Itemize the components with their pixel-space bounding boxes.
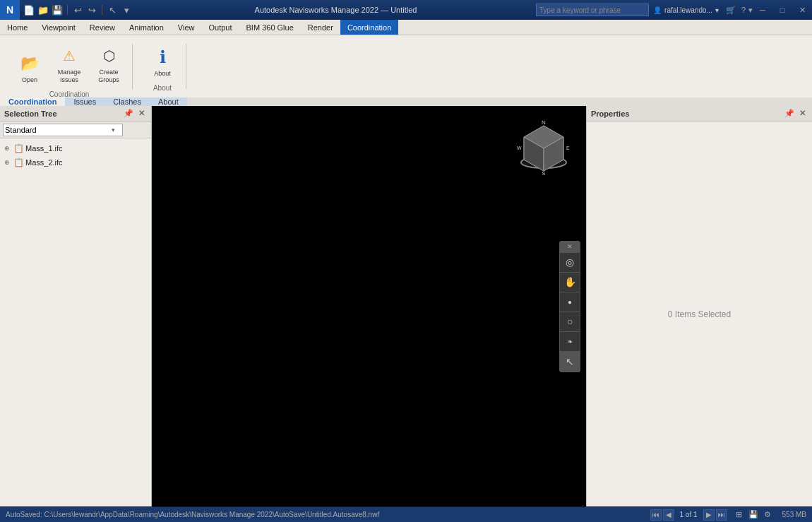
nav-look-around-btn[interactable]: ◎ bbox=[560, 253, 580, 273]
ribbon-group-about: ℹ About About bbox=[138, 38, 186, 95]
page-navigation: ⏮ ◀ 1 of 1 ▶ ⏭ bbox=[647, 509, 730, 521]
properties-content: 0 Items Selected bbox=[587, 121, 812, 506]
open-icon[interactable]: 📁 bbox=[37, 4, 49, 16]
select-icon[interactable]: ↖ bbox=[106, 4, 119, 16]
about-btn-label: About bbox=[154, 70, 171, 78]
viewport[interactable]: N E S W ✕ ◎ ✋ ● ○ ❧ ↖ bbox=[152, 106, 586, 506]
properties-pin-icon[interactable]: 📌 bbox=[784, 108, 795, 119]
properties-close-icon[interactable]: ✕ bbox=[796, 108, 808, 119]
cart-icon[interactable]: 🛒 bbox=[723, 6, 739, 15]
toolbar-icons: 📄 📁 💾 ↩ ↪ ↖ ▾ bbox=[20, 4, 136, 16]
menu-coordination[interactable]: Coordination bbox=[340, 20, 398, 35]
status-bar: AutoSaved: C:\Users\lewandr\AppData\Roam… bbox=[0, 506, 812, 522]
viewport-3d: N E S W ✕ ◎ ✋ ● ○ ❧ ↖ bbox=[152, 106, 586, 506]
app-title: Autodesk Navisworks Manage 2022 — Untitl… bbox=[136, 6, 536, 14]
search-box[interactable]: Type a keyword or phrase bbox=[536, 4, 649, 16]
selection-tree-toolbar: Standard Compact Properties Sets ▾ bbox=[0, 121, 151, 138]
selection-tree-title: Selection Tree bbox=[4, 109, 123, 118]
username[interactable]: rafal.lewando... bbox=[664, 6, 712, 14]
menu-viewpoint[interactable]: Viewpoint bbox=[35, 20, 83, 35]
tree-label-mass2: Mass_2.ifc bbox=[25, 158, 63, 167]
prev-page-btn[interactable]: ◀ bbox=[663, 509, 674, 521]
selection-tree-titlebar: Selection Tree 📌 ✕ bbox=[0, 106, 151, 121]
menu-animation[interactable]: Animation bbox=[122, 20, 171, 35]
status-icon-save[interactable]: 💾 bbox=[747, 509, 760, 521]
menu-view[interactable]: View bbox=[171, 20, 202, 35]
tree-icon-mass1: 📋 bbox=[13, 143, 24, 154]
selection-tree-pin-icon[interactable]: 📌 bbox=[123, 108, 134, 119]
status-icon-grid[interactable]: ⊞ bbox=[733, 509, 746, 521]
nav-pan-btn[interactable]: ✋ bbox=[560, 273, 580, 292]
nav-tools-panel: ✕ ◎ ✋ ● ○ ❧ ↖ bbox=[559, 241, 580, 372]
properties-empty-label: 0 Items Selected bbox=[668, 309, 731, 319]
maximize-button[interactable]: □ bbox=[772, 0, 792, 20]
menu-bar: Home Viewpoint Review Animation View Out… bbox=[0, 20, 812, 35]
main-area: Selection Tree 📌 ✕ Standard Compact Prop… bbox=[0, 106, 812, 506]
close-button[interactable]: ✕ bbox=[792, 0, 812, 20]
nav-select-btn[interactable]: ↖ bbox=[560, 352, 580, 372]
page-info: 1 of 1 bbox=[676, 511, 702, 518]
tree-content: ⊕ 📋 Mass_1.ifc ⊕ 📋 Mass_2.ifc bbox=[0, 138, 151, 506]
nav-orbit-btn[interactable]: ● bbox=[560, 292, 580, 312]
next-page-btn[interactable]: ▶ bbox=[703, 509, 715, 521]
ribbon-btn-manage-issues[interactable]: ⚠ ManageIssues bbox=[51, 41, 88, 88]
about-icon: ℹ bbox=[151, 46, 174, 69]
ribbon: 📂 Open ⚠ ManageIssues ⬡ Create Groups Co… bbox=[0, 35, 812, 106]
ribbon-btn-about[interactable]: ℹ About bbox=[144, 42, 181, 81]
menu-review[interactable]: Review bbox=[83, 20, 122, 35]
menu-home[interactable]: Home bbox=[0, 20, 35, 35]
first-page-btn[interactable]: ⏮ bbox=[650, 509, 662, 521]
menu-render[interactable]: Render bbox=[301, 20, 340, 35]
ribbon-btn-open[interactable]: 📂 Open bbox=[11, 49, 48, 88]
open-folder-icon: 📂 bbox=[18, 52, 41, 75]
tree-expand-mass2[interactable]: ⊕ bbox=[3, 158, 11, 167]
open-btn-label: Open bbox=[22, 76, 37, 84]
properties-title: Properties bbox=[591, 109, 784, 118]
nav-zoom-btn[interactable]: ○ bbox=[560, 312, 580, 332]
user-dropdown-icon[interactable]: ▾ bbox=[715, 6, 719, 14]
nav-tools-header[interactable]: ✕ bbox=[560, 242, 580, 253]
nav-walk-btn[interactable]: ❧ bbox=[560, 332, 580, 352]
ribbon-group-coordination: 📂 Open ⚠ ManageIssues ⬡ Create Groups Co… bbox=[6, 38, 133, 95]
autosave-status: AutoSaved: C:\Users\lewandr\AppData\Roam… bbox=[0, 511, 647, 518]
redo-icon[interactable]: ↪ bbox=[85, 4, 98, 16]
save-icon[interactable]: 💾 bbox=[51, 4, 64, 16]
tree-item-mass1[interactable]: ⊕ 📋 Mass_1.ifc bbox=[3, 141, 148, 155]
new-icon[interactable]: 📄 bbox=[23, 4, 35, 16]
undo-icon[interactable]: ↩ bbox=[71, 4, 84, 16]
ribbon-group-about-label: About bbox=[153, 83, 172, 92]
user-area: 👤 rafal.lewando... ▾ bbox=[649, 6, 723, 14]
manage-issues-label: ManageIssues bbox=[58, 69, 81, 84]
down-arrow-icon[interactable]: ▾ bbox=[120, 4, 133, 16]
ribbon-btn-create-groups[interactable]: ⬡ Create Groups bbox=[90, 41, 127, 88]
menu-bim360[interactable]: BIM 360 Glue bbox=[239, 20, 301, 35]
title-bar: N 📄 📁 💾 ↩ ↪ ↖ ▾ Autodesk Navisworks Mana… bbox=[0, 0, 812, 20]
tree-item-mass2[interactable]: ⊕ 📋 Mass_2.ifc bbox=[3, 155, 148, 170]
ribbon-content: 📂 Open ⚠ ManageIssues ⬡ Create Groups Co… bbox=[0, 35, 812, 97]
properties-titlebar: Properties 📌 ✕ bbox=[587, 106, 812, 121]
last-page-btn[interactable]: ⏭ bbox=[716, 509, 727, 521]
svg-text:S: S bbox=[542, 170, 545, 177]
svg-text:W: W bbox=[517, 146, 522, 150]
status-icons: ⊞ 💾 ⚙ bbox=[730, 509, 777, 521]
tree-expand-mass1[interactable]: ⊕ bbox=[3, 144, 11, 153]
selection-tree-close-icon[interactable]: ✕ bbox=[136, 108, 147, 119]
status-icon-settings[interactable]: ⚙ bbox=[761, 509, 774, 521]
window-controls: ─ □ ✕ bbox=[753, 0, 812, 20]
tree-icon-mass2: 📋 bbox=[13, 157, 24, 168]
user-icon: 👤 bbox=[653, 6, 662, 14]
tree-view-dropdown[interactable]: Standard Compact Properties Sets bbox=[3, 124, 123, 136]
create-groups-label: Create Groups bbox=[92, 69, 125, 84]
minimize-button[interactable]: ─ bbox=[753, 0, 772, 20]
svg-text:E: E bbox=[566, 146, 570, 150]
ribbon-group-coordination-label: Coordination bbox=[49, 89, 90, 98]
create-groups-icon: ⬡ bbox=[97, 45, 120, 67]
tree-label-mass1: Mass_1.ifc bbox=[25, 144, 63, 153]
menu-output[interactable]: Output bbox=[202, 20, 239, 35]
nav-compass[interactable]: N E S W bbox=[515, 120, 572, 177]
help-icon[interactable]: ? bbox=[739, 6, 748, 14]
app-icon: N bbox=[0, 0, 20, 20]
svg-text:N: N bbox=[542, 120, 546, 126]
memory-usage: 553 MB bbox=[777, 511, 812, 518]
selection-tree-panel: Selection Tree 📌 ✕ Standard Compact Prop… bbox=[0, 106, 152, 506]
